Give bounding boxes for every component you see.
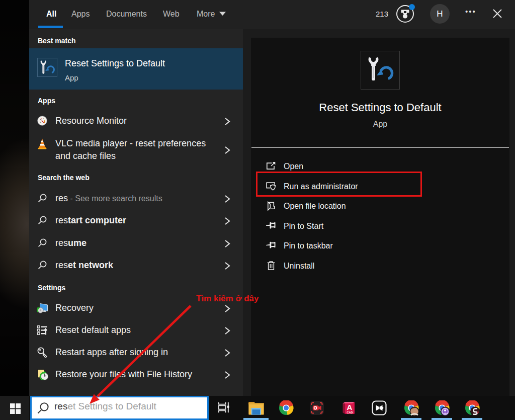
svg-text:A: A bbox=[347, 403, 353, 411]
svg-text:CAD: CAD bbox=[347, 411, 353, 414]
